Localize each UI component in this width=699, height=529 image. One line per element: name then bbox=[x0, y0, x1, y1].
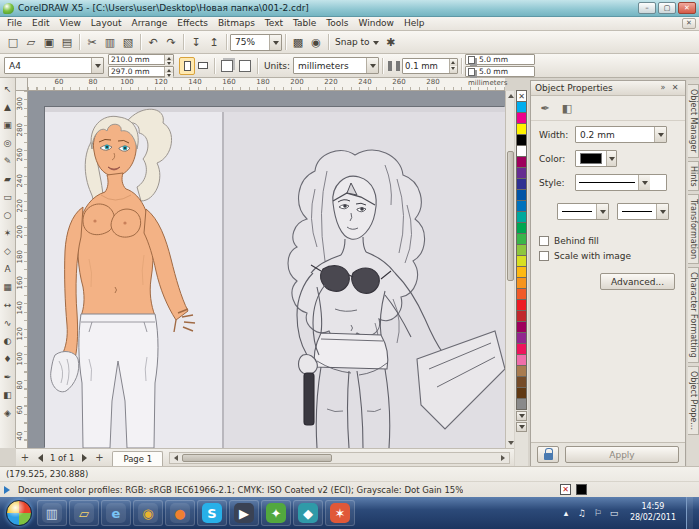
taskbar-app-button[interactable]: ✦ bbox=[261, 500, 291, 526]
tray-icon[interactable]: ▴ bbox=[560, 508, 572, 518]
docker-collapse-icon[interactable]: » bbox=[657, 83, 669, 94]
apply-button[interactable]: Apply bbox=[565, 446, 679, 463]
menu-item[interactable]: Window bbox=[353, 17, 399, 30]
fill-color-indicator[interactable]: ✕ bbox=[560, 484, 571, 495]
application-launcher-button[interactable]: ▩ bbox=[289, 33, 307, 51]
toolbox-tool-button[interactable]: ◐ bbox=[0, 332, 15, 350]
toolbox-tool-button[interactable]: ∿ bbox=[0, 314, 15, 332]
nudge-distance-input[interactable] bbox=[403, 59, 449, 73]
taskbar-clock[interactable]: 14:59 28/02/2011 bbox=[624, 502, 682, 524]
tray-icon[interactable]: ⚐ bbox=[592, 508, 604, 518]
duplicate-x-field[interactable] bbox=[465, 54, 535, 65]
all-pages-button[interactable] bbox=[218, 57, 236, 75]
page-tab[interactable]: Page 1 bbox=[112, 451, 163, 466]
stepper-down-icon[interactable] bbox=[450, 66, 457, 73]
end-arrowhead-combo[interactable] bbox=[617, 203, 669, 220]
scroll-up-icon[interactable] bbox=[506, 91, 515, 100]
palette-scroll-down-icon[interactable] bbox=[516, 411, 527, 421]
duplicate-y-input[interactable] bbox=[477, 67, 534, 76]
toolbar-button[interactable]: ▥ bbox=[101, 33, 119, 51]
taskbar-app-button[interactable]: S bbox=[197, 500, 227, 526]
lock-button[interactable] bbox=[537, 446, 559, 463]
menu-item[interactable]: Effects bbox=[172, 17, 213, 30]
scrollbar-thumb[interactable] bbox=[182, 454, 332, 462]
menu-item[interactable]: View bbox=[55, 17, 86, 30]
menu-item[interactable]: Tools bbox=[321, 17, 353, 30]
document-page[interactable] bbox=[45, 107, 505, 448]
menu-item[interactable]: Bitmaps bbox=[213, 17, 260, 30]
behind-fill-checkbox[interactable] bbox=[539, 236, 549, 246]
paper-width-field[interactable] bbox=[108, 54, 174, 65]
toolbar-button[interactable]: ↧ bbox=[187, 33, 205, 51]
menu-item[interactable]: Layout bbox=[86, 17, 127, 30]
stepper-up-icon[interactable] bbox=[450, 59, 457, 66]
docker-header[interactable]: Object Properties » ✕ bbox=[531, 81, 685, 96]
toolbar-button[interactable]: ✂ bbox=[83, 33, 101, 51]
docker-tab[interactable]: ◧ bbox=[557, 99, 577, 117]
taskbar-app-button[interactable]: ▥ bbox=[37, 500, 67, 526]
docker-side-tab[interactable]: Object Manager bbox=[688, 84, 699, 158]
toolbox-tool-button[interactable]: ✶ bbox=[0, 224, 15, 242]
chevron-down-icon[interactable] bbox=[366, 58, 378, 73]
advanced-button[interactable]: Advanced... bbox=[600, 273, 675, 290]
toolbar-button[interactable]: ▤ bbox=[58, 33, 76, 51]
next-page-icon[interactable] bbox=[78, 451, 92, 465]
nudge-distance-field[interactable] bbox=[402, 58, 458, 74]
start-button[interactable] bbox=[6, 500, 32, 526]
docker-side-tab[interactable]: Object Prope... bbox=[688, 366, 699, 435]
corel-connect-button[interactable]: ◉ bbox=[307, 33, 325, 51]
docker-side-tab[interactable]: Hints bbox=[688, 161, 699, 192]
minimize-button[interactable]: – bbox=[638, 2, 656, 14]
menu-item[interactable]: Help bbox=[399, 17, 430, 30]
taskbar-app-button[interactable]: ◆ bbox=[293, 500, 323, 526]
units-combo[interactable]: millimeters bbox=[293, 57, 379, 74]
outline-color-indicator[interactable] bbox=[576, 484, 587, 495]
toolbox-tool-button[interactable]: ✎ bbox=[0, 152, 15, 170]
scroll-down-icon[interactable] bbox=[506, 439, 515, 448]
show-desktop-button[interactable] bbox=[686, 497, 693, 529]
toolbar-button[interactable]: ▣ bbox=[40, 33, 58, 51]
toolbox-tool-button[interactable]: A bbox=[0, 260, 15, 278]
toolbox-tool-button[interactable]: ◇ bbox=[0, 242, 15, 260]
previous-page-icon[interactable] bbox=[32, 451, 46, 465]
zoom-level-combo[interactable]: 75% bbox=[230, 34, 282, 51]
document-close-button[interactable]: ✕ bbox=[682, 18, 696, 29]
tray-icon[interactable]: ♫ bbox=[576, 508, 588, 518]
scrollbar-thumb[interactable] bbox=[507, 151, 514, 281]
menu-item[interactable]: Edit bbox=[27, 17, 54, 30]
chevron-down-icon[interactable] bbox=[269, 35, 281, 50]
vertical-ruler[interactable]: 300280260240220200180160140120100806040 bbox=[16, 91, 28, 448]
chevron-down-icon[interactable] bbox=[91, 58, 103, 73]
ruler-origin-corner[interactable] bbox=[16, 78, 28, 91]
paper-width-input[interactable] bbox=[109, 55, 164, 64]
toolbox-tool-button[interactable]: ◎ bbox=[0, 134, 15, 152]
snap-to-dropdown[interactable]: Snap to bbox=[332, 33, 382, 51]
maximize-button[interactable]: ▢ bbox=[658, 2, 676, 14]
paper-height-field[interactable] bbox=[108, 66, 174, 77]
duplicate-x-input[interactable] bbox=[477, 55, 534, 64]
toolbar-button[interactable]: ↷ bbox=[162, 33, 180, 51]
palette-expand-icon[interactable] bbox=[516, 422, 527, 432]
drawing-canvas[interactable] bbox=[28, 91, 505, 448]
docker-close-icon[interactable]: ✕ bbox=[669, 83, 681, 94]
menu-item[interactable]: File bbox=[2, 17, 27, 30]
toolbox-tool-button[interactable]: ◈ bbox=[0, 404, 15, 422]
chevron-down-icon[interactable] bbox=[654, 127, 666, 142]
tray-icon[interactable]: ▭ bbox=[608, 508, 620, 518]
docker-tab[interactable]: ✒ bbox=[535, 99, 555, 117]
horizontal-ruler[interactable]: 6080100120140160180200220240260280 bbox=[28, 78, 505, 91]
chevron-down-icon[interactable] bbox=[606, 151, 616, 166]
current-page-button[interactable] bbox=[236, 57, 254, 75]
toolbox-tool-button[interactable]: ↖ bbox=[0, 80, 15, 98]
toolbar-button[interactable]: ↥ bbox=[205, 33, 223, 51]
scroll-left-icon[interactable] bbox=[170, 453, 180, 463]
scale-with-image-checkbox[interactable] bbox=[539, 251, 549, 261]
docker-side-tab[interactable]: Character Formatting bbox=[688, 267, 699, 363]
scroll-right-icon[interactable] bbox=[499, 453, 509, 463]
menu-item[interactable]: Arrange bbox=[126, 17, 172, 30]
toolbox-tool-button[interactable]: ▭ bbox=[0, 188, 15, 206]
title-bar[interactable]: CorelDRAW X5 - [C:\Users\user\Desktop\Но… bbox=[0, 0, 699, 17]
outline-style-combo[interactable] bbox=[575, 174, 667, 191]
landscape-orientation-button[interactable] bbox=[195, 57, 211, 75]
toolbox-tool-button[interactable]: ▰ bbox=[0, 170, 15, 188]
